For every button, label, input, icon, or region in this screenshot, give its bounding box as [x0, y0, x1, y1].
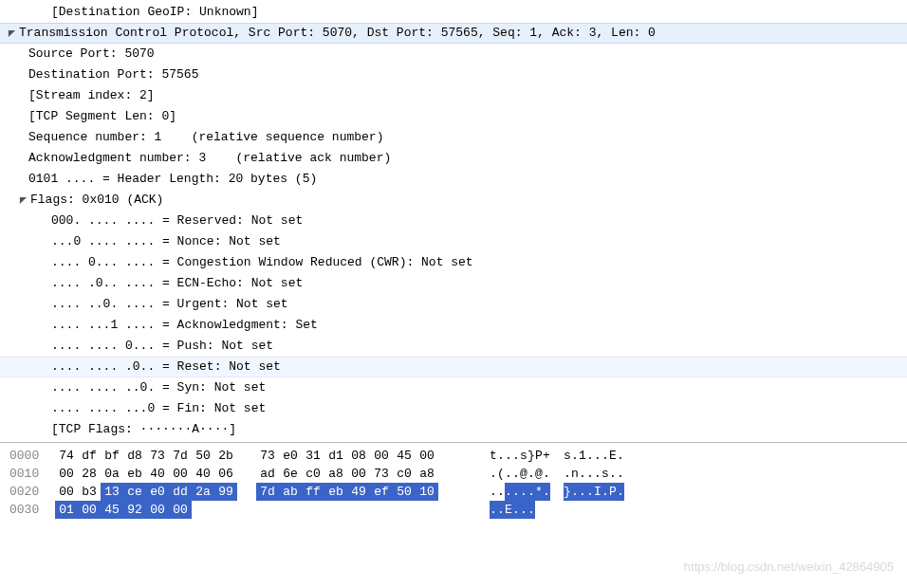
hex-ascii-char[interactable]: . [512, 447, 520, 465]
hex-ascii-char[interactable]: . [579, 465, 586, 483]
hex-ascii-char[interactable]: @ [535, 465, 543, 483]
chevron-down-icon[interactable] [17, 194, 28, 206]
hex-ascii-char[interactable]: . [586, 465, 594, 483]
hex-ascii-char[interactable]: . [571, 447, 579, 465]
hex-ascii-char[interactable]: . [617, 465, 624, 483]
hex-ascii-char[interactable]: . [490, 465, 497, 483]
hex-ascii-char[interactable]: . [564, 465, 571, 483]
hex-ascii-char[interactable]: . [594, 447, 602, 465]
hex-byte[interactable]: df [78, 447, 101, 465]
hex-byte[interactable]: eb [123, 465, 146, 483]
hex-byte[interactable]: 49 [347, 483, 370, 501]
hex-ascii-char[interactable]: ( [497, 465, 505, 483]
hex-byte[interactable]: 7d [256, 483, 279, 501]
hex-byte[interactable]: 00 [55, 465, 78, 483]
hex-ascii-char[interactable]: P [535, 447, 543, 465]
field-header-length[interactable]: 0101 .... = Header Length: 20 bytes (5) [0, 169, 907, 190]
hex-byte[interactable]: d8 [123, 447, 146, 465]
chevron-down-icon[interactable] [6, 28, 17, 39]
hex-byte[interactable]: 00 [370, 447, 393, 465]
hex-byte[interactable]: 00 [416, 447, 438, 465]
hex-byte[interactable]: 28 [78, 465, 101, 483]
hex-byte[interactable]: 31 [302, 447, 324, 465]
hex-ascii-char[interactable]: . [497, 501, 505, 519]
hex-ascii-char[interactable]: + [543, 447, 550, 465]
field-destination-port[interactable]: Destination Port: 57565 [0, 64, 907, 85]
hex-ascii-char[interactable]: . [528, 465, 535, 483]
hex-ascii-char[interactable]: . [512, 501, 520, 519]
hex-byte[interactable]: ad [256, 465, 279, 483]
proto-tcp-summary[interactable]: Transmission Control Protocol, Src Port:… [0, 23, 907, 44]
hex-byte[interactable]: 00 [169, 501, 192, 519]
flag-ecn-echo[interactable]: .... .0.. .... = ECN-Echo: Not set [0, 273, 907, 294]
hex-ascii-char[interactable]: s [520, 447, 528, 465]
hex-byte[interactable]: 73 [370, 465, 393, 483]
hex-byte[interactable]: e0 [279, 447, 302, 465]
hex-ascii-char[interactable]: . [505, 447, 512, 465]
flag-urgent[interactable]: .... ..0. .... = Urgent: Not set [0, 294, 907, 315]
hex-ascii-char[interactable]: 1 [579, 447, 586, 465]
hex-byte[interactable]: c0 [393, 465, 416, 483]
hex-ascii-char[interactable]: I [594, 483, 602, 501]
hex-ascii-char[interactable]: . [505, 465, 512, 483]
hex-byte[interactable]: 06 [214, 465, 237, 483]
hex-byte[interactable]: ce [123, 483, 146, 501]
field-sequence-number[interactable]: Sequence number: 1 (relative sequence nu… [0, 127, 907, 148]
hex-ascii-char[interactable]: . [617, 447, 624, 465]
hex-ascii-char[interactable]: . [528, 483, 535, 501]
hex-ascii-char[interactable]: s [602, 465, 609, 483]
hex-ascii-char[interactable]: . [579, 483, 586, 501]
hex-ascii-char[interactable]: . [602, 483, 609, 501]
field-source-port[interactable]: Source Port: 5070 [0, 44, 907, 64]
flag-reserved[interactable]: 000. .... .... = Reserved: Not set [0, 211, 907, 231]
hex-row[interactable]: 0030010045920000..E... [4, 501, 903, 519]
hex-ascii-char[interactable]: . [543, 465, 550, 483]
hex-ascii-char[interactable]: n [571, 465, 579, 483]
hex-byte[interactable]: 74 [55, 447, 78, 465]
hex-ascii-char[interactable]: t [490, 447, 497, 465]
hex-byte[interactable]: dd [169, 483, 192, 501]
flag-syn[interactable]: .... .... ..0. = Syn: Not set [0, 377, 907, 398]
hex-byte[interactable]: 73 [146, 447, 169, 465]
hex-ascii-char[interactable]: * [535, 483, 543, 501]
hex-byte[interactable]: 45 [393, 447, 416, 465]
hex-byte[interactable]: 45 [101, 501, 123, 519]
packet-details-pane[interactable]: [Destination GeoIP: Unknown] Transmissio… [0, 0, 907, 440]
hex-ascii-char[interactable]: @ [520, 465, 528, 483]
hex-ascii-char[interactable]: . [602, 447, 609, 465]
hex-row[interactable]: 002000b313cee0dd2a997dabffeb49ef5010....… [4, 483, 903, 501]
field-tcp-segment-len[interactable]: [TCP Segment Len: 0] [0, 106, 907, 127]
flag-push[interactable]: .... .... 0... = Push: Not set [0, 336, 907, 357]
hex-byte[interactable]: ef [370, 483, 393, 501]
hex-byte[interactable]: d1 [324, 447, 347, 465]
field-tcp-flags-str[interactable]: [TCP Flags: ·······A····] [0, 419, 907, 440]
hex-byte[interactable]: 01 [55, 501, 78, 519]
packet-bytes-pane[interactable]: 000074dfbfd8737d502b73e031d108004500t...… [0, 442, 907, 526]
hex-ascii-char[interactable]: . [586, 447, 594, 465]
hex-ascii-char[interactable]: } [528, 447, 535, 465]
hex-byte[interactable]: 13 [101, 483, 123, 501]
hex-byte[interactable]: eb [324, 483, 347, 501]
hex-ascii-char[interactable]: . [617, 483, 624, 501]
hex-byte[interactable]: 08 [347, 447, 370, 465]
hex-ascii-char[interactable]: . [505, 483, 512, 501]
hex-byte[interactable]: 00 [55, 483, 78, 501]
hex-byte[interactable]: 50 [192, 447, 214, 465]
hex-byte[interactable]: 2b [214, 447, 237, 465]
hex-byte[interactable]: ff [302, 483, 324, 501]
hex-byte[interactable]: 40 [192, 465, 214, 483]
hex-ascii-char[interactable]: . [512, 465, 520, 483]
flag-ack[interactable]: .... ...1 .... = Acknowledgment: Set [0, 315, 907, 336]
hex-ascii-char[interactable]: P [609, 483, 617, 501]
hex-byte[interactable]: 0a [101, 465, 123, 483]
hex-ascii-char[interactable]: E [505, 501, 512, 519]
hex-ascii-char[interactable]: . [520, 501, 528, 519]
hex-byte[interactable]: 92 [123, 501, 146, 519]
field-flags-summary[interactable]: Flags: 0x010 (ACK) [0, 190, 907, 211]
hex-byte[interactable]: 73 [256, 447, 279, 465]
flag-nonce[interactable]: ...0 .... .... = Nonce: Not set [0, 231, 907, 252]
hex-ascii-char[interactable]: E [609, 447, 617, 465]
hex-ascii-char[interactable]: . [497, 483, 505, 501]
hex-ascii-char[interactable]: . [520, 483, 528, 501]
hex-byte[interactable]: bf [101, 447, 123, 465]
